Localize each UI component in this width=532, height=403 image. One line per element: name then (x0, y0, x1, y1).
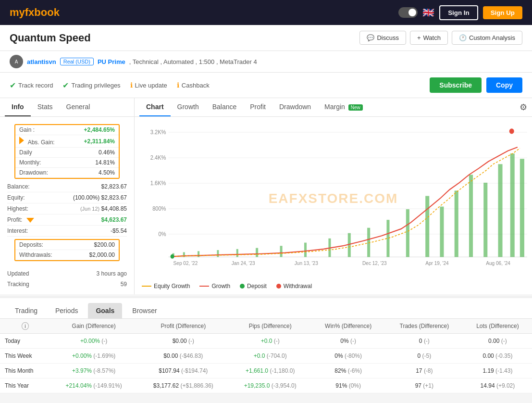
copy-button[interactable]: Copy (486, 77, 522, 93)
chart-watermark: EAFXSTORE.COM (269, 191, 398, 206)
svg-rect-24 (304, 243, 307, 257)
discuss-button[interactable]: 💬 Discuss (359, 31, 406, 45)
abs-gain-row: Abs. Gain: +2,311.84% (15, 135, 119, 148)
chart-tab-margin[interactable]: Margin New (318, 98, 370, 116)
monthly-label: Monthly: (19, 159, 41, 166)
track-record-badge: ✔ Track record (10, 81, 53, 90)
broker-link[interactable]: PU Prime (98, 58, 125, 65)
profit-value: $4,623.67 (101, 216, 127, 223)
svg-rect-20 (217, 250, 219, 257)
col-gain: Gain (Difference) (50, 319, 137, 334)
year-win: 91% (0%) (311, 378, 385, 393)
badges-bar: ✔ Track record ✔ Trading privileges ℹ Li… (0, 73, 532, 98)
bottom-tab-trading[interactable]: Trading (7, 303, 45, 318)
year-lots: 14.94 (+9.02) (463, 378, 532, 393)
row-label-today: Today (0, 334, 50, 349)
bottom-tab-goals[interactable]: Goals (88, 303, 122, 318)
month-trades: 17 (-8) (385, 364, 463, 378)
arrow-right-icon (19, 137, 24, 144)
left-tabs: Info Stats General (0, 98, 134, 117)
col-win: Win% (Difference) (311, 319, 385, 334)
discuss-icon: 💬 (367, 34, 374, 41)
drawdown-label: Drawdown: (19, 169, 48, 176)
chart-tabs: Chart Growth Balance Profit Drawdown Mar… (135, 98, 532, 117)
page-title: Quantum Speed (10, 32, 359, 44)
chart-tab-balance[interactable]: Balance (206, 98, 244, 116)
tab-info[interactable]: Info (5, 98, 31, 116)
tab-general[interactable]: General (60, 98, 97, 116)
live-update-badge: ℹ Live update (130, 81, 167, 89)
table-row: This Month +3.97% (-8.57%) $107.94 (-$19… (0, 364, 532, 378)
today-trades: 0 (-) (385, 334, 463, 349)
col-profit: Profit (Difference) (137, 319, 229, 334)
plus-icon: + (417, 34, 421, 41)
bottom-tab-browser[interactable]: Browser (124, 303, 164, 318)
week-pips: +0.0 (-704.0) (229, 349, 311, 364)
deposits-value: $200.00 (94, 241, 115, 248)
title-bar: Quantum Speed 💬 Discuss + Watch 🕐 Custom… (0, 25, 532, 51)
chart-tab-profit[interactable]: Profit (243, 98, 272, 116)
month-win: 82% (-6%) (311, 364, 385, 378)
subscribe-button[interactable]: Subscribe (430, 77, 482, 93)
svg-text:Dec 12, '23: Dec 12, '23 (362, 260, 387, 266)
account-bar: A atlantisvn Real (USD) PU Prime , Techn… (0, 51, 532, 73)
signup-button[interactable]: Sign Up (483, 6, 522, 19)
highest-value: (Jun 12) $4,408.85 (80, 205, 127, 212)
week-gain: +0.00% (-1.69%) (50, 349, 137, 364)
logo-my: my (10, 6, 25, 18)
gain-label: Gain : (19, 126, 35, 133)
highest-label: Highest: (7, 205, 28, 212)
right-panel: Chart Growth Balance Profit Drawdown Mar… (135, 98, 532, 294)
badges-right: Subscribe Copy (430, 77, 522, 93)
year-trades: 97 (+1) (385, 378, 463, 393)
monthly-value: 14.81% (95, 159, 115, 166)
legend-withdrawal-dot (276, 284, 281, 289)
week-trades: 0 (-5) (385, 349, 463, 364)
month-lots: 1.19 (-1.43) (463, 364, 532, 378)
language-toggle[interactable] (398, 7, 418, 18)
col-pips: Pips (Difference) (229, 319, 311, 334)
chart-settings-icon[interactable]: ⚙ (520, 102, 527, 113)
trading-table: i Gain (Difference) Profit (Difference) … (0, 319, 532, 393)
profit-label: Profit: (7, 216, 34, 223)
interest-row: Interest: -$5.54 (7, 226, 127, 237)
withdrawals-label: Withdrawals: (19, 252, 52, 258)
bottom-tab-periods[interactable]: Periods (48, 303, 86, 318)
withdrawals-value: $2,000.00 (89, 252, 115, 258)
today-pips: +0.0 (-) (229, 334, 311, 349)
legend-equity-growth: Equity Growth (142, 283, 190, 290)
chart-tab-chart[interactable]: Chart (139, 98, 171, 116)
legend-deposit-dot (240, 284, 245, 289)
balance-label: Balance: (7, 183, 30, 190)
highest-row: Highest: (Jun 12) $4,408.85 (7, 203, 127, 214)
svg-text:Apr 19, '24: Apr 19, '24 (425, 260, 449, 266)
today-profit: $0.00 (-) (137, 334, 229, 349)
svg-text:Jan 24, '23: Jan 24, '23 (232, 260, 255, 266)
table-row: Today +0.00% (-) $0.00 (-) +0.0 (-) 0% (… (0, 334, 532, 349)
signin-button[interactable]: Sign In (439, 5, 478, 20)
chart-tab-drawdown[interactable]: Drawdown (272, 98, 318, 116)
clock-icon: 🕐 (459, 34, 467, 41)
table-body: Today +0.00% (-) $0.00 (-) +0.0 (-) 0% (… (0, 334, 532, 393)
svg-text:2.4K%: 2.4K% (150, 154, 166, 161)
account-username[interactable]: atlantisvn (27, 58, 56, 65)
deposits-row: Deposits: $200.00 (15, 240, 119, 250)
logo-book: book (34, 6, 60, 18)
chart-tab-growth[interactable]: Growth (171, 98, 206, 116)
trading-privileges-badge: ✔ Trading privileges (62, 81, 120, 90)
gain-value: +2,484.65% (84, 126, 115, 133)
account-type-badge: Real (USD) (60, 58, 94, 65)
drawdown-value: 4.50% (99, 169, 115, 176)
watch-button[interactable]: + Watch (410, 31, 448, 45)
row-label-week: This Week (0, 349, 50, 364)
week-profit: $0.00 (-$46.83) (137, 349, 229, 364)
week-lots: 0.00 (-0.35) (463, 349, 532, 364)
legend-growth-label: Growth (211, 283, 230, 290)
info-icon: ℹ (130, 81, 133, 89)
daily-row: Daily 0.46% (15, 148, 119, 158)
legend-equity-line (142, 286, 151, 287)
left-panel: Info Stats General Gain : +2,484.65% Abs… (0, 98, 135, 294)
custom-analysis-button[interactable]: 🕐 Custom Analysis (452, 31, 522, 45)
tab-stats[interactable]: Stats (31, 98, 60, 116)
equity-value: (100.00%) $2,823.67 (73, 194, 127, 201)
